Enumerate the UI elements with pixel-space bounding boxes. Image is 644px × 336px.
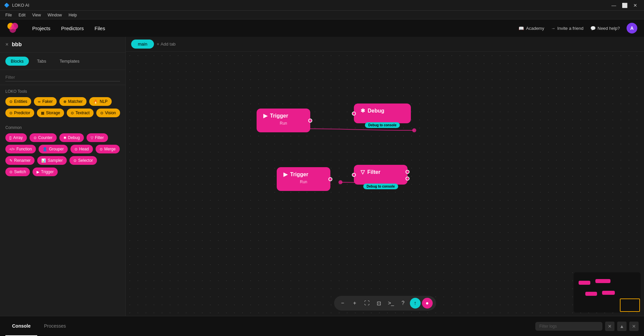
fit-button[interactable]: ⛶ [362,298,372,309]
block-entities[interactable]: ⊙ Entities [5,97,31,106]
head-icon: ⊙ [74,147,77,151]
grouper-label: Grouper [49,147,64,151]
trigger2-out-port[interactable] [328,177,332,181]
renamer-label: Renamer [14,158,31,163]
block-debug[interactable]: ✱ Debug [59,133,84,142]
help-link[interactable]: 💬 Need help? [590,26,620,31]
sampler-label: Sampler [48,158,63,163]
app-icon: 🔷 [4,3,9,8]
block-array[interactable]: [] Array [5,133,27,142]
menubar: File Edit View Window Help [0,11,644,19]
block-counter[interactable]: ⊙ Counter [30,133,57,142]
help-button[interactable]: ? [398,298,409,309]
terminal-button[interactable]: >_ [386,298,396,309]
add-tab-button[interactable]: + Add tab [157,42,175,47]
upload-button[interactable]: ↑ [410,298,421,309]
sidebar-tab-blocks[interactable]: Blocks [5,57,29,66]
merge-icon: ⊙ [100,147,103,151]
filter-input[interactable] [5,73,120,81]
matcher-label: Matcher [68,99,83,104]
nav-projects[interactable]: Projects [27,25,56,31]
nlp-icon: 🔥 [93,99,98,104]
block-trigger[interactable]: ▶ Trigger [33,167,58,176]
filter-label: Filter [95,135,104,140]
menu-help[interactable]: Help [66,12,80,18]
console-area: Console Processes ✕ ▲ ✕ [0,316,644,336]
filter1-out-port[interactable] [406,170,410,174]
nav-predictors[interactable]: Predictors [56,25,89,31]
main-layout: × bbb Blocks Tabs Templates LOKO Tools ⊙… [0,37,644,336]
console-close-button[interactable]: ✕ [605,322,614,331]
logo[interactable] [7,22,19,34]
trigger1-out-port[interactable] [308,119,312,123]
app-title: LOKO AI [12,3,29,8]
block-grouper[interactable]: 👤 Grouper [39,145,68,153]
minimap-inner [574,272,641,313]
menu-window[interactable]: Window [45,12,65,18]
filter1-in-port[interactable] [352,173,356,177]
help-icon: 💬 [590,26,596,31]
trigger1-sub: Run [263,121,304,126]
block-sampler[interactable]: 📊 Sampler [37,156,67,165]
nav-files[interactable]: Files [89,25,111,31]
block-function[interactable]: </> Function [5,145,36,153]
maximize-button[interactable]: ⬜ [620,2,629,9]
debug-icon: ✱ [63,136,66,140]
block-renamer[interactable]: ✎ Renamer [5,156,35,165]
block-predictor[interactable]: ⊙ Predictor [5,109,34,117]
common-title: Common [5,125,120,130]
vision-label: Vision [105,111,116,115]
menu-edit[interactable]: Edit [16,12,28,18]
block-textract[interactable]: ⊙ Textract [67,109,94,117]
trigger-node-2[interactable]: ▶ Trigger Run [277,167,330,191]
titlebar-controls: — ⬜ ✕ [609,2,640,9]
block-storage[interactable]: ▦ Storage [37,109,64,117]
zoom-in-button[interactable]: + [350,298,360,309]
svg-point-4 [412,128,416,132]
selector-icon: ⊙ [73,158,76,163]
counter-icon: ⊙ [34,136,37,140]
filter-node-1[interactable]: ▽ Filter Debug to console [354,165,408,185]
function-icon: </> [9,147,15,151]
console-tab-processes[interactable]: Processes [37,316,72,336]
console-tab-console[interactable]: Console [5,316,37,336]
debug-node-1[interactable]: ✱ Debug Debug to console [354,104,411,123]
console-collapse-button[interactable]: ▲ [617,322,627,331]
menu-view[interactable]: View [30,12,44,18]
zoom-out-button[interactable]: − [337,298,348,309]
block-selector[interactable]: ⊙ Selector [69,156,97,165]
block-vision[interactable]: ⊙ Vision [96,109,120,117]
trigger-node-1[interactable]: ▶ Trigger Run [257,109,310,132]
close-button[interactable]: ✕ [631,2,640,9]
block-matcher[interactable]: ⊗ Matcher [59,97,87,106]
record-button[interactable]: ● [422,298,433,309]
block-head[interactable]: ⊙ Head [70,145,93,153]
trigger-icon: ▶ [37,170,39,174]
block-nlp[interactable]: 🔥 NLP [89,97,111,106]
block-merge[interactable]: ⊙ Merge [96,145,120,153]
canvas-area[interactable]: ▶ Trigger Run ✱ Debug Debug to console [126,52,644,316]
debug1-title: ✱ Debug [361,108,404,114]
common-blocks: [] Array ⊙ Counter ✱ Debug ▽ Filter [5,133,120,176]
debug1-in-port[interactable] [352,112,356,116]
sidebar-tab-tabs[interactable]: Tabs [32,57,51,66]
block-faker[interactable]: ∞ Faker [34,97,57,106]
block-switch[interactable]: ⊙ Switch [5,167,30,176]
sidebar-tab-templates[interactable]: Templates [54,57,85,66]
block-filter[interactable]: ▽ Filter [87,133,108,142]
filter-logs-input[interactable] [535,322,602,331]
menu-file[interactable]: File [3,12,14,18]
invite-link[interactable]: → Invite a friend [551,26,583,31]
nlp-label: NLP [100,99,107,104]
academy-link[interactable]: 📖 Academy [519,26,544,31]
filter1-out-port2[interactable] [406,177,410,181]
canvas-tab-main[interactable]: main [131,40,154,49]
avatar[interactable]: A [627,23,637,33]
sidebar-close-button[interactable]: × [5,42,8,48]
selector-label: Selector [78,158,93,163]
minimize-button[interactable]: — [609,2,619,9]
console-clear-button[interactable]: ✕ [629,322,639,331]
switch-label: Switch [14,170,26,174]
trigger2-sub: Run [283,180,324,184]
grid-button[interactable]: ⊡ [374,298,384,309]
